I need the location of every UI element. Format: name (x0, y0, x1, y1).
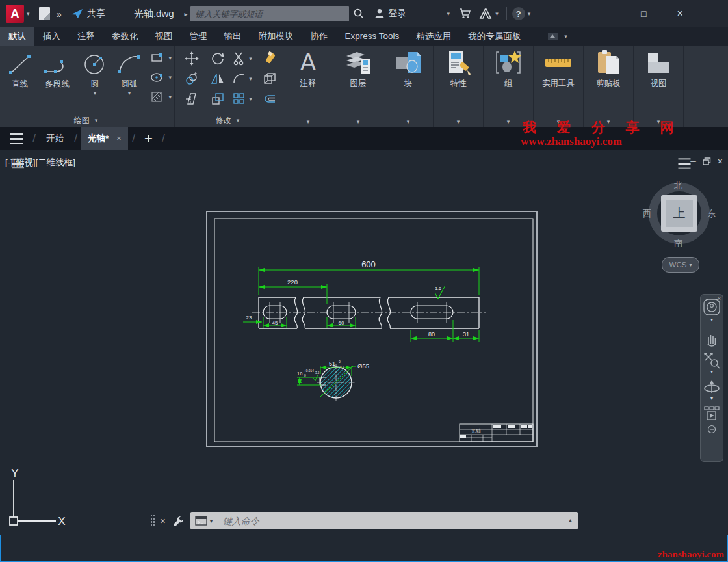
line-button[interactable]: 直线 (4, 48, 36, 90)
panel-modify-label[interactable]: 修改▾ (175, 113, 283, 127)
panel-draw-label[interactable]: 绘图▾ (0, 113, 174, 127)
ribbon-tab-express[interactable]: Express Tools (337, 27, 408, 46)
cart-icon[interactable] (459, 8, 472, 20)
autocad-logo[interactable]: A (6, 5, 24, 23)
mirror-button[interactable] (205, 68, 231, 88)
file-tab-start[interactable]: 开始 (40, 127, 70, 150)
arc-caret-icon[interactable]: ▾ (128, 90, 131, 96)
command-prompt-icon[interactable] (195, 516, 207, 526)
file-tab-current[interactable]: 光轴* × (81, 127, 128, 150)
login-caret-icon[interactable]: ▾ (447, 10, 450, 17)
pan-icon[interactable] (704, 331, 720, 348)
ribbon-tab-insert[interactable]: 插入 (34, 27, 69, 46)
navbar-menu-icon[interactable] (707, 425, 716, 434)
ucs-icon[interactable]: Y X (0, 455, 78, 532)
viewport-close-icon[interactable]: × (718, 156, 723, 167)
circle-button[interactable]: 圆 ▾ (79, 48, 110, 96)
app-menu-caret-icon[interactable]: ▾ (27, 10, 30, 17)
maximize-button[interactable]: □ (630, 4, 656, 23)
polyline-button[interactable]: 多段线 (38, 48, 76, 90)
search-flyout-caret-icon[interactable]: ▸ (185, 10, 188, 18)
command-close-icon[interactable]: × (160, 515, 166, 526)
panel-layers[interactable]: 图层 ▾ (333, 46, 384, 127)
orbit-caret-icon[interactable]: ▾ (710, 395, 713, 401)
ribbon-tab-featured[interactable]: 精选应用 (408, 27, 460, 46)
ribbon-display-toggle[interactable]: ▾ (547, 27, 570, 46)
share-icon[interactable] (71, 8, 84, 20)
ribbon-tab-output[interactable]: 输出 (216, 27, 250, 46)
close-button[interactable]: × (667, 4, 693, 23)
command-customize-icon[interactable] (172, 515, 185, 528)
share-label[interactable]: 共享 (87, 8, 105, 20)
hatch-button[interactable]: ▾ (150, 87, 174, 107)
fillet-button[interactable]: ▾ (231, 68, 257, 88)
viewcube-north[interactable]: 北 (674, 180, 683, 191)
ribbon-tab-mypanel[interactable]: 我的专属面板 (460, 27, 529, 46)
group-caret-icon[interactable]: ▾ (507, 118, 510, 125)
minimize-button[interactable]: ─ (590, 4, 616, 23)
panel-properties[interactable]: 特性 ▾ (434, 46, 484, 127)
erase-button[interactable] (257, 48, 283, 68)
ribbon-tab-annotate[interactable]: 注释 (69, 27, 103, 46)
showmotion-icon[interactable] (703, 405, 720, 421)
circle-caret-icon[interactable]: ▾ (94, 90, 97, 96)
help-icon[interactable]: ? (512, 7, 525, 20)
scale-button[interactable] (205, 88, 231, 109)
file-tab-close-icon[interactable]: × (116, 133, 122, 143)
layout-menu-icon[interactable] (12, 158, 24, 168)
ribbon-tab-parametric[interactable]: 参数化 (103, 27, 147, 46)
command-drag-handle[interactable] (150, 514, 155, 528)
viewcube-west[interactable]: 西 (643, 208, 652, 220)
viewport-minimize-icon[interactable]: ─ (690, 157, 696, 166)
panel-view[interactable]: 视图 ▾ (634, 46, 684, 127)
navigation-bar[interactable]: × ▾ ▾ ▾ (700, 294, 723, 462)
stretch-button[interactable] (179, 88, 205, 109)
copy-button[interactable] (179, 68, 205, 88)
drawing-canvas[interactable]: 600 220 23 45 60 80 31 1.6 (192, 181, 556, 461)
viewcube-south[interactable]: 南 (674, 237, 683, 249)
panel-group[interactable]: 组 ▾ (484, 46, 534, 127)
offset-button[interactable] (257, 88, 283, 109)
viewcube-east[interactable]: 东 (707, 208, 716, 220)
autodesk-caret-icon[interactable]: ▾ (495, 10, 499, 17)
command-history-caret-icon[interactable]: ▾ (210, 518, 213, 524)
navbar-close-icon[interactable]: × (718, 295, 721, 302)
qat-expand-icon[interactable]: » (57, 8, 60, 20)
autodesk-logo[interactable] (478, 8, 493, 20)
search-input[interactable] (190, 6, 349, 21)
move-button[interactable] (179, 48, 205, 68)
ellipse-button[interactable]: ▾ (150, 68, 174, 87)
rectangle-button[interactable]: ▾ (150, 48, 174, 68)
panel-clipboard[interactable]: 剪贴板 ▾ (584, 46, 634, 127)
panel-block[interactable]: 块 ▾ (384, 46, 434, 127)
ribbon-tab-manage[interactable]: 管理 (181, 27, 216, 46)
user-icon[interactable] (374, 8, 385, 20)
properties-caret-icon[interactable]: ▾ (457, 118, 460, 125)
trim-button[interactable]: ▾ (231, 48, 257, 68)
rotate-button[interactable] (205, 48, 231, 68)
panel-utilities[interactable]: 实用工具 ▾ (534, 46, 584, 127)
panel-annotate[interactable]: A 注释 ▾ (283, 46, 333, 127)
ribbon-tab-view[interactable]: 视图 (147, 27, 181, 46)
zoom-caret-icon[interactable]: ▾ (710, 369, 713, 375)
zoom-icon[interactable] (703, 352, 720, 369)
ribbon-display-caret-icon[interactable]: ▾ (564, 33, 567, 40)
viewcube[interactable]: 上 北 西 东 南 (640, 176, 718, 255)
array-button[interactable]: ▾ (231, 88, 257, 109)
3d-box-button[interactable] (257, 68, 283, 88)
ribbon-tab-addins[interactable]: 附加模块 (250, 27, 302, 46)
command-expand-icon[interactable]: ▴ (569, 516, 572, 524)
login-label[interactable]: 登录 (389, 8, 407, 20)
customization-menu-icon[interactable] (678, 158, 690, 168)
model-space[interactable]: [-][俯视][二维线框] ─ × 上 北 西 东 南 WCS ▾ × (0, 150, 728, 535)
block-caret-icon[interactable]: ▾ (407, 118, 410, 125)
ribbon-tab-default[interactable]: 默认 (0, 27, 34, 46)
file-tab-menu-icon[interactable] (10, 133, 23, 144)
new-file-icon[interactable] (39, 7, 50, 20)
new-drawing-tab-button[interactable]: + (144, 130, 153, 147)
wheel-caret-icon[interactable]: ▾ (710, 317, 713, 323)
ribbon-tab-collaborate[interactable]: 协作 (302, 27, 337, 46)
viewcube-face-top[interactable]: 上 (661, 195, 697, 232)
arc-button[interactable]: 圆弧 ▾ (113, 48, 145, 96)
annotate-caret-icon[interactable]: ▾ (307, 118, 310, 125)
